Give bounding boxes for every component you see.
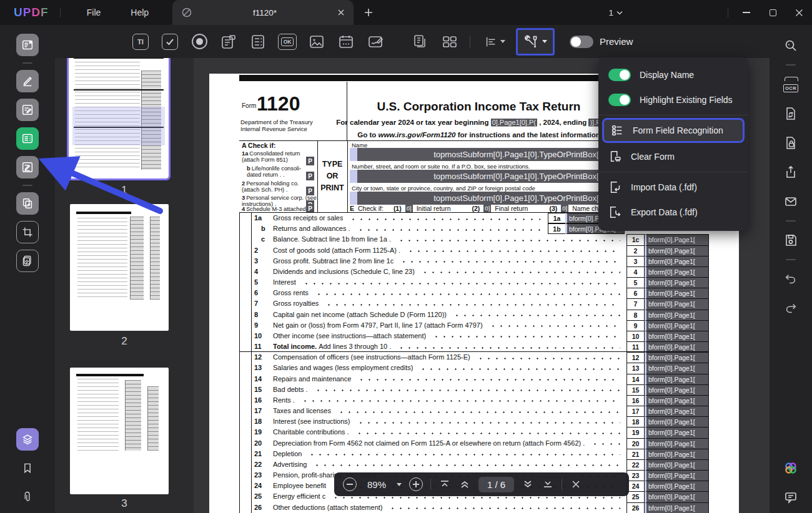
document-tab[interactable]: f1120* <box>172 0 354 25</box>
page-number-dropdown[interactable]: 1 <box>608 8 623 17</box>
form-field[interactable]: bform[0].Page1[ <box>645 384 709 395</box>
form-field[interactable]: bform[0].Page1[ <box>645 459 709 470</box>
reader-mode-icon[interactable] <box>16 34 39 56</box>
checkbox-field[interactable]: P <box>306 204 314 213</box>
menu-item-highlight-fields[interactable]: Highlight Existing Fields <box>598 87 748 112</box>
protect-document-icon[interactable] <box>780 132 801 154</box>
attachment-icon[interactable] <box>16 486 39 508</box>
organize-pages-icon[interactable] <box>16 192 39 215</box>
search-icon[interactable] <box>780 35 801 56</box>
radio-button-tool[interactable] <box>190 32 209 51</box>
close-button[interactable] <box>786 0 812 25</box>
page-indicator[interactable]: 1 / 6 <box>478 477 514 492</box>
minimize-button[interactable] <box>733 0 760 25</box>
convert-document-icon[interactable] <box>780 103 801 124</box>
form-field[interactable]: 0].Page1[0].P( <box>491 119 537 127</box>
display-name-toggle[interactable] <box>608 69 631 81</box>
form-field[interactable]: bform[0].Page1[ <box>645 416 709 427</box>
email-icon[interactable] <box>780 191 801 212</box>
form-field[interactable]: bform[0].Page1[ <box>645 438 709 449</box>
form-field[interactable]: bform[0].Page1[ <box>645 352 709 363</box>
last-page-button[interactable] <box>542 480 554 489</box>
next-page-button[interactable] <box>522 479 534 489</box>
text-field-tool[interactable]: TI <box>131 32 150 51</box>
convert-pages-icon[interactable] <box>16 250 39 272</box>
tab-close-icon[interactable] <box>337 9 345 16</box>
form-field[interactable]: bform[0].Page1[ <box>645 374 709 384</box>
form-field[interactable]: bform[0].Page1[ <box>645 470 709 481</box>
form-field[interactable]: bform[0].Page1[ <box>645 395 709 406</box>
push-button-tool[interactable]: OK <box>278 32 297 51</box>
first-page-button[interactable] <box>438 480 451 489</box>
form-field[interactable]: bform[0].Page1[ <box>645 449 709 459</box>
undo-icon[interactable] <box>780 268 801 290</box>
menu-item-export-data[interactable]: Export Data (.fdf) <box>598 200 748 225</box>
forms-tool-icon[interactable] <box>16 127 39 150</box>
form-field[interactable]: bform[0].Page1[ <box>645 502 709 513</box>
copy-fields-tool[interactable] <box>411 32 430 51</box>
maximize-button[interactable] <box>760 0 786 25</box>
form-field[interactable]: bform[0].Page1[ <box>645 406 709 416</box>
form-field[interactable]: bform[0].Page1[ <box>645 427 709 437</box>
signature-field-tool[interactable] <box>366 32 385 51</box>
menu-help[interactable]: Help <box>116 0 164 25</box>
previous-page-button[interactable] <box>458 479 471 489</box>
menu-item-clear-form[interactable]: Clear Form <box>598 144 748 169</box>
edit-pdf-icon[interactable] <box>16 99 39 121</box>
checkbox-field[interactable]: 0] <box>483 205 491 212</box>
form-field[interactable]: bform[0].Page1[ <box>645 341 709 351</box>
form-field[interactable]: bform[0].Page1[ <box>645 481 709 491</box>
form-field[interactable]: bform[0].Page1[ <box>645 491 709 502</box>
layers-ai-icon[interactable] <box>16 428 39 451</box>
zoom-dropdown-caret[interactable] <box>397 483 402 486</box>
list-box-tool[interactable] <box>249 32 267 51</box>
checkbox-tool[interactable] <box>161 32 179 51</box>
page-thumbnail-3[interactable] <box>70 368 169 494</box>
form-field[interactable]: bform[0].Page1[ <box>645 331 709 341</box>
form-field[interactable]: bform[0].Page1[ <box>645 298 709 309</box>
ocr-icon[interactable]: OCR <box>780 74 801 95</box>
crop-icon[interactable] <box>16 221 39 243</box>
menu-file[interactable]: File <box>72 0 116 25</box>
fill-sign-icon[interactable] <box>16 156 39 178</box>
image-field-tool[interactable] <box>307 32 326 51</box>
form-field[interactable]: bform[0].Page1[ <box>645 234 709 245</box>
feedback-chat-icon[interactable] <box>780 487 801 508</box>
menu-item-import-data[interactable]: Import Data (.fdf) <box>598 175 748 200</box>
field-layout-tool[interactable] <box>440 32 459 51</box>
page-thumbnail-1[interactable] <box>69 52 169 178</box>
new-tab-button[interactable] <box>364 7 374 17</box>
line-label: Gross royalties <box>273 300 625 307</box>
form-field[interactable]: bform[0].Page1[ <box>645 277 709 288</box>
combo-box-tool[interactable] <box>219 32 238 51</box>
page-thumbnail-2[interactable] <box>70 204 169 331</box>
form-field[interactable]: bform[0].Page1[ <box>645 288 709 298</box>
redo-icon[interactable] <box>780 298 801 319</box>
form-field[interactable]: bform[0].Page1[ <box>645 363 709 373</box>
form-field[interactable]: bform[0].Page1[ <box>645 245 709 256</box>
share-icon[interactable] <box>780 162 801 183</box>
menu-item-display-name[interactable]: Display Name <box>598 62 748 87</box>
form-field[interactable]: bform[0].Page1[ <box>645 266 709 277</box>
form-field[interactable]: bform[0].Page1[ <box>645 256 709 266</box>
checkbox-field[interactable]: P <box>306 187 314 195</box>
checkbox-field[interactable]: P <box>306 157 314 165</box>
bookmark-icon[interactable] <box>16 457 39 479</box>
align-tool[interactable] <box>481 32 508 51</box>
save-icon[interactable] <box>780 230 801 251</box>
updf-ai-icon[interactable] <box>780 457 801 479</box>
menu-item-form-field-recognition[interactable]: Form Field Recognition <box>602 118 745 143</box>
date-field-tool[interactable] <box>337 32 355 51</box>
form-tools-menu-button[interactable] <box>516 28 555 56</box>
form-field[interactable]: bform[0].Page1[ <box>645 320 709 331</box>
preview-toggle[interactable]: Preview <box>570 36 633 48</box>
highlight-fields-toggle[interactable] <box>608 94 631 106</box>
annotate-icon[interactable] <box>16 70 39 92</box>
checkbox-field[interactable]: 0] <box>561 205 568 212</box>
checkbox-field[interactable]: 0] <box>405 205 413 212</box>
zoom-out-button[interactable] <box>343 477 357 491</box>
form-field[interactable]: bform[0].Page1[ <box>645 310 709 320</box>
zoom-in-button[interactable] <box>409 477 423 491</box>
close-toolbar-button[interactable] <box>570 480 582 489</box>
checkbox-field[interactable]: P <box>306 172 314 180</box>
